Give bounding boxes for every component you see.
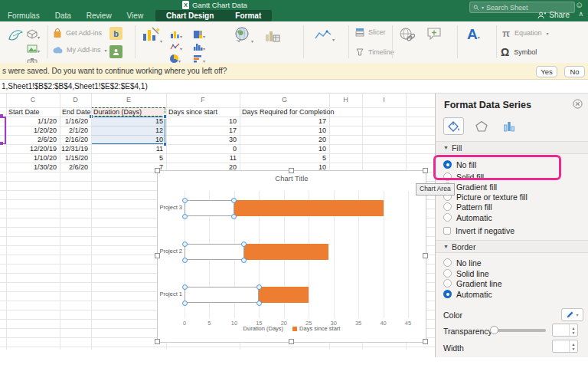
sheet-cell[interactable]: 10: [240, 126, 326, 135]
bar-duration-segment[interactable]: [185, 244, 244, 260]
chart-frame-handle[interactable]: [155, 339, 160, 344]
border-section-header[interactable]: ▼ Border: [436, 240, 588, 253]
3d-models-button[interactable]: ▾: [27, 28, 40, 42]
series-selection-handle[interactable]: [182, 258, 188, 263]
border-option-gradient-line[interactable]: Gradient line: [443, 278, 502, 288]
recommended-charts-button[interactable]: ▾: [142, 26, 162, 46]
ribbon-tab-view[interactable]: View: [127, 12, 144, 20]
border-color-button[interactable]: ▾: [561, 308, 583, 321]
sheet-cell[interactable]: 17: [166, 126, 237, 135]
notification-yes-button[interactable]: Yes: [536, 66, 557, 77]
text-button[interactable]: A▾: [467, 26, 480, 43]
column-header-H[interactable]: H: [329, 96, 362, 104]
sparklines-button[interactable]: ▾: [314, 29, 335, 44]
sheet-cell[interactable]: 1/1/20: [6, 117, 57, 126]
sheet-cell[interactable]: 12/31/19: [60, 144, 88, 153]
gantt-chart[interactable]: Chart Title051015202530354045Project 3Pr…: [157, 170, 426, 343]
sheet-cell-header[interactable]: Duration (Days): [93, 107, 142, 117]
search-scope-caret-icon[interactable]: ▾: [482, 5, 484, 10]
series-selection-handle[interactable]: [256, 301, 262, 306]
sheet-cell[interactable]: 7: [91, 163, 163, 172]
transparency-stepper[interactable]: ▲▼: [552, 324, 578, 337]
fill-option-automatic[interactable]: Automatic: [443, 212, 492, 222]
radio-button[interactable]: [443, 258, 452, 267]
border-option-automatic[interactable]: Automatic: [443, 289, 492, 299]
new-comment-button[interactable]: [426, 27, 442, 44]
chart-legend[interactable]: Duration (Days)Days since start: [158, 325, 426, 332]
sheet-cell[interactable]: 2/1/20: [60, 126, 88, 135]
width-stepper[interactable]: ▲▼: [552, 340, 578, 353]
column-header-D[interactable]: D: [60, 96, 91, 104]
sheet-cell[interactable]: 5: [91, 153, 163, 163]
fill-section-header[interactable]: ▼ Fill: [436, 141, 588, 154]
color-dropdown-caret-icon[interactable]: ▾: [576, 312, 578, 317]
icons-button[interactable]: [7, 27, 24, 45]
column-header-E[interactable]: E: [91, 96, 166, 104]
bar-days-since-start-segment[interactable]: [244, 244, 328, 260]
column-header-I[interactable]: I: [362, 96, 406, 104]
series-selection-handle[interactable]: [182, 214, 188, 219]
sheet-cell[interactable]: 1/10/20: [6, 153, 57, 163]
sheet-cell[interactable]: 20: [240, 135, 326, 144]
notification-no-button[interactable]: No: [564, 66, 585, 77]
sheet-cell[interactable]: 11: [166, 153, 237, 163]
series-selection-handle[interactable]: [182, 301, 188, 306]
radio-button[interactable]: [443, 202, 452, 211]
column-header-G[interactable]: G: [240, 96, 329, 104]
chart-frame-handle[interactable]: [423, 168, 428, 173]
sheet-cell[interactable]: 17: [240, 117, 326, 126]
bar-duration-segment[interactable]: [185, 200, 234, 216]
sheet-cell[interactable]: 15: [91, 117, 163, 126]
bar-days-since-start-segment[interactable]: [259, 287, 309, 303]
ribbon-tab-formulas[interactable]: Formulas: [8, 12, 40, 20]
link-button[interactable]: [399, 27, 415, 45]
maps-button[interactable]: ▾: [234, 26, 253, 46]
sheet-cell[interactable]: 2/16/20: [60, 135, 88, 144]
stepper-arrows[interactable]: ▲▼: [569, 324, 577, 336]
radio-button[interactable]: [443, 279, 452, 288]
chart-frame-handle[interactable]: [155, 253, 160, 258]
column-header-C[interactable]: C: [6, 96, 60, 104]
chart-frame-handle[interactable]: [289, 168, 294, 173]
get-addins-button[interactable]: Get Add-ins: [53, 28, 102, 38]
sheet-cell[interactable]: 11: [91, 144, 163, 153]
sheet-cell-header[interactable]: Start Date: [8, 107, 40, 117]
column-header-F[interactable]: F: [166, 96, 240, 104]
formula-bar[interactable]: 1,Sheet1!$B$2:$B$4,Sheet1!$E$2:$E$4,1): [0, 80, 588, 94]
tab-series-options[interactable]: [498, 117, 519, 135]
transparency-slider-knob[interactable]: [490, 326, 498, 334]
chart-frame-handle[interactable]: [289, 339, 294, 344]
radio-button[interactable]: [443, 290, 452, 298]
ribbon-tab-review[interactable]: Review: [87, 12, 112, 20]
transparency-slider[interactable]: [491, 329, 546, 332]
chart-title[interactable]: Chart Title: [158, 174, 426, 182]
sheet-cell[interactable]: 2/6/20: [6, 135, 57, 144]
sheet-cell[interactable]: 1/30/20: [6, 163, 57, 172]
pictures-button[interactable]: ▾: [27, 42, 40, 56]
radio-button[interactable]: [443, 213, 452, 222]
border-option-solid-line[interactable]: Solid line: [443, 268, 489, 278]
feedback-smiley-icon[interactable]: ☺: [575, 0, 583, 10]
bar-days-since-start-segment[interactable]: [234, 200, 384, 216]
radio-button[interactable]: [443, 269, 452, 278]
sheet-cell[interactable]: 1/20/20: [6, 126, 57, 135]
ribbon-tab-chart-design[interactable]: Chart Design: [166, 12, 214, 20]
timeline-button[interactable]: Timeline: [355, 48, 394, 57]
fill-option-picture-or-texture-fill[interactable]: Picture or texture fill: [443, 192, 528, 202]
sheet-cell[interactable]: 12/20/19: [6, 144, 57, 153]
ribbon-tab-data[interactable]: Data: [55, 12, 71, 20]
ribbon-tab-format[interactable]: Format: [235, 12, 261, 20]
invert-if-negative-option[interactable]: Invert if negative: [443, 225, 514, 235]
sheet-cell[interactable]: 1/15/20: [60, 153, 88, 163]
sheet-cell[interactable]: 2/6/20: [60, 163, 88, 172]
tab-effects[interactable]: [471, 117, 492, 135]
pivotchart-button[interactable]: [265, 28, 280, 45]
fill-option-pattern-fill[interactable]: Pattern fill: [443, 202, 492, 212]
sheet-cell[interactable]: 12: [91, 126, 163, 135]
collapse-ribbon-icon[interactable]: ∧: [578, 10, 583, 18]
my-addins-button[interactable]: My Add-ins ▾: [53, 46, 107, 54]
series-selection-handle[interactable]: [182, 242, 188, 247]
symbol-button[interactable]: Ω Symbol: [501, 46, 537, 58]
share-button[interactable]: Share: [537, 11, 570, 19]
sheet-cell[interactable]: 10: [91, 135, 163, 144]
